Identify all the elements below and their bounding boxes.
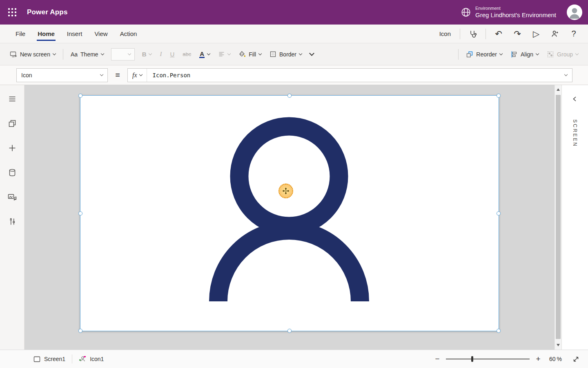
zoom-slider-track bbox=[446, 359, 530, 359]
panel-expand-chevron-icon[interactable] bbox=[572, 96, 578, 102]
font-color-button[interactable]: A bbox=[195, 47, 214, 62]
fit-to-window-icon[interactable] bbox=[570, 353, 581, 365]
text-align-icon bbox=[218, 51, 225, 58]
formula-bar: Icon = fx Icon.Person bbox=[0, 65, 588, 85]
formula-bar-expand-icon[interactable] bbox=[564, 72, 568, 76]
left-rail bbox=[0, 85, 24, 350]
media-icon[interactable] bbox=[4, 189, 20, 205]
zoom-in-button[interactable]: + bbox=[533, 355, 543, 364]
divider bbox=[63, 49, 63, 60]
screen-thumbnail-icon bbox=[33, 356, 40, 362]
zoom-value: 60 bbox=[549, 356, 556, 362]
resize-handle-bottom-right[interactable] bbox=[497, 329, 501, 333]
zoom-slider[interactable] bbox=[446, 355, 530, 363]
ribbon-toolbar: New screen Aa Theme B I U abc A Fill Bor… bbox=[0, 43, 588, 65]
menu-bar: File Home Insert View Action Icon ↶ ↷ ▷ … bbox=[0, 25, 588, 43]
person-icon-control[interactable] bbox=[80, 95, 499, 331]
resize-handle-bottom-center[interactable] bbox=[287, 329, 292, 333]
scrollbar-thumb[interactable] bbox=[556, 95, 561, 339]
fill-bucket-icon bbox=[238, 51, 246, 58]
border-button[interactable]: Border bbox=[265, 47, 306, 62]
formula-text[interactable]: Icon.Person bbox=[147, 72, 191, 79]
selected-control-type-label: Icon bbox=[439, 30, 451, 37]
globe-icon bbox=[461, 7, 471, 18]
more-formatting-button[interactable] bbox=[306, 47, 318, 62]
fill-button[interactable]: Fill bbox=[234, 47, 265, 62]
vertical-scrollbar[interactable] bbox=[555, 85, 561, 350]
resize-handle-mid-left[interactable] bbox=[78, 211, 82, 215]
environment-label: Environment bbox=[475, 6, 556, 11]
menu-home[interactable]: Home bbox=[38, 25, 55, 43]
property-select[interactable]: Icon bbox=[16, 68, 108, 82]
hamburger-icon[interactable] bbox=[4, 91, 20, 107]
move-cursor-icon bbox=[278, 184, 293, 198]
divider bbox=[72, 355, 72, 364]
insert-plus-icon[interactable] bbox=[4, 140, 20, 156]
border-icon bbox=[270, 51, 276, 58]
zoom-out-button[interactable]: − bbox=[432, 355, 443, 364]
divider bbox=[460, 29, 460, 39]
preview-play-icon[interactable]: ▷ bbox=[527, 25, 546, 43]
app-launcher-icon[interactable] bbox=[0, 0, 24, 25]
status-bar: Screen1 Icon1 − + 60 % bbox=[0, 350, 588, 368]
menu-action[interactable]: Action bbox=[120, 25, 137, 43]
zoom-unit: % bbox=[557, 356, 562, 362]
group-button[interactable]: Group bbox=[543, 47, 582, 62]
resize-handle-top-right[interactable] bbox=[497, 94, 501, 98]
equals-sign: = bbox=[108, 71, 127, 80]
divider bbox=[486, 29, 486, 39]
divider bbox=[458, 49, 459, 60]
fx-dropdown[interactable]: fx bbox=[128, 69, 147, 82]
screen-tab[interactable]: Screen1 bbox=[32, 350, 67, 368]
app-header: Power Apps Environment Greg Lindhorst's … bbox=[0, 0, 588, 25]
control-tab[interactable]: Icon1 bbox=[77, 350, 105, 368]
avatar[interactable] bbox=[567, 4, 582, 20]
app-checker-icon[interactable] bbox=[463, 25, 482, 43]
group-icon bbox=[547, 51, 554, 58]
property-select-value: Icon bbox=[21, 72, 32, 79]
fx-icon: fx bbox=[132, 72, 137, 79]
reorder-button[interactable]: Reorder bbox=[462, 47, 506, 62]
resize-handle-mid-right[interactable] bbox=[497, 211, 501, 215]
redo-icon[interactable]: ↷ bbox=[508, 25, 527, 43]
environment-name: Greg Lindhorst's Environment bbox=[475, 11, 556, 19]
help-icon[interactable]: ? bbox=[564, 25, 583, 43]
menu-file[interactable]: File bbox=[16, 25, 25, 43]
underline-button[interactable]: U bbox=[166, 47, 178, 62]
strikethrough-button[interactable]: abc bbox=[178, 47, 195, 62]
scroll-down-icon[interactable] bbox=[557, 344, 560, 346]
resize-handle-bottom-left[interactable] bbox=[78, 329, 82, 333]
italic-button[interactable]: I bbox=[156, 47, 166, 62]
formula-input[interactable]: fx Icon.Person bbox=[127, 68, 572, 82]
environment-picker[interactable]: Environment Greg Lindhorst's Environment bbox=[461, 6, 556, 19]
workspace: SCREEN bbox=[0, 85, 588, 350]
scroll-up-icon[interactable] bbox=[557, 88, 560, 91]
align-icon bbox=[510, 51, 518, 58]
zoom-slider-handle[interactable] bbox=[471, 356, 473, 362]
text-align-button[interactable] bbox=[214, 47, 234, 62]
screens-tree-icon[interactable] bbox=[4, 115, 20, 132]
advanced-tools-icon[interactable] bbox=[4, 213, 20, 230]
icon-control-glyph bbox=[79, 355, 86, 363]
screen-panel-label: SCREEN bbox=[572, 119, 578, 147]
canvas-area[interactable] bbox=[24, 85, 555, 350]
share-icon[interactable] bbox=[546, 25, 564, 43]
new-screen-button[interactable]: New screen bbox=[6, 47, 60, 62]
bold-button[interactable]: B bbox=[138, 47, 156, 62]
resize-handle-top-left[interactable] bbox=[78, 94, 82, 98]
data-sources-icon[interactable] bbox=[4, 164, 20, 181]
app-title: Power Apps bbox=[27, 8, 68, 16]
screen-artboard[interactable] bbox=[80, 95, 499, 331]
menu-insert[interactable]: Insert bbox=[67, 25, 82, 43]
right-properties-panel: SCREEN bbox=[561, 85, 588, 350]
theme-button[interactable]: Aa Theme bbox=[67, 47, 108, 62]
resize-handle-top-center[interactable] bbox=[287, 94, 292, 98]
undo-icon[interactable]: ↶ bbox=[489, 25, 508, 43]
reorder-icon bbox=[466, 51, 473, 58]
new-screen-icon bbox=[10, 51, 17, 58]
theme-icon: Aa bbox=[71, 51, 78, 58]
align-button[interactable]: Align bbox=[506, 47, 543, 62]
menu-view[interactable]: View bbox=[94, 25, 107, 43]
font-color-icon: A bbox=[199, 51, 205, 58]
font-size-select[interactable] bbox=[111, 48, 135, 61]
